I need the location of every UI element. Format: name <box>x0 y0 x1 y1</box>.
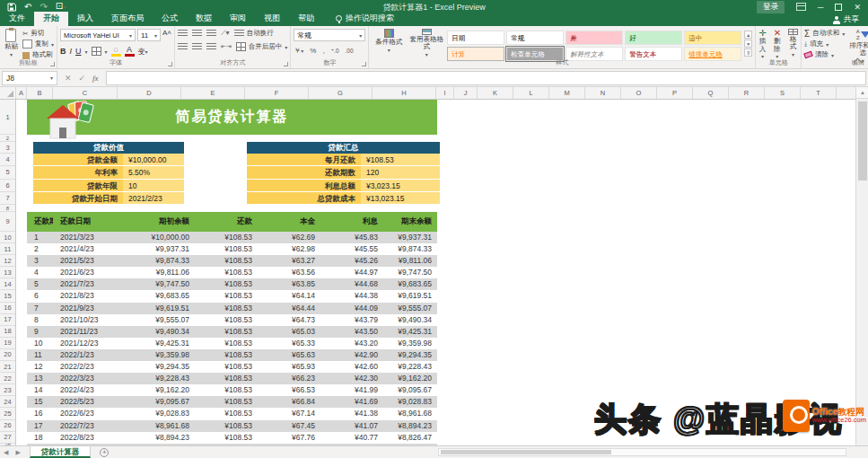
field-value[interactable]: 10 <box>123 180 184 191</box>
cell[interactable]: ¥9,555.07 <box>383 303 437 314</box>
cell[interactable]: 14 <box>27 384 53 396</box>
cell[interactable]: ¥43.79 <box>320 314 383 326</box>
cell[interactable]: 11 <box>27 349 53 361</box>
style-日期[interactable]: 日期 <box>447 31 504 45</box>
cell[interactable]: 2021/5/23 <box>53 255 118 267</box>
cell[interactable]: ¥65.33 <box>258 338 320 349</box>
cell[interactable]: 2022/6/23 <box>53 408 118 419</box>
font-size-combo[interactable]: 11▾ <box>137 29 161 41</box>
save-icon[interactable] <box>7 3 16 12</box>
tab-页面布局[interactable]: 页面布局 <box>102 12 153 26</box>
cell[interactable]: ¥44.09 <box>320 303 383 314</box>
table-row[interactable]: 132022/3/23¥9,228.43¥108.53¥66.23¥42.30¥… <box>27 373 437 384</box>
cell[interactable]: ¥9,228.43 <box>383 361 437 373</box>
phonetic-button[interactable]: 变▾ <box>138 47 148 57</box>
cell[interactable]: 13 <box>27 373 53 384</box>
cell[interactable]: ¥9,294.35 <box>118 361 195 373</box>
table-row[interactable]: 182022/8/23¥8,894.23¥108.53¥67.76¥40.77¥… <box>27 432 437 444</box>
cell[interactable]: ¥108.53 <box>195 243 258 255</box>
table-row[interactable]: 122022/2/23¥9,294.35¥108.53¥65.93¥42.60¥… <box>27 361 437 373</box>
row-header-8[interactable]: 8 <box>0 205 15 212</box>
row-header-6[interactable]: 6 <box>0 180 15 192</box>
cell[interactable]: ¥108.53 <box>195 384 258 396</box>
cell[interactable]: ¥67.45 <box>258 420 320 432</box>
row-header-10[interactable]: 10 <box>0 232 15 243</box>
align-right-icon[interactable] <box>206 43 216 50</box>
cell[interactable]: ¥9,619.51 <box>383 290 437 302</box>
row-header-26[interactable]: 26 <box>0 420 15 432</box>
row-header-13[interactable]: 13 <box>0 267 15 278</box>
row-header-5[interactable]: 5 <box>0 166 15 179</box>
cell[interactable]: ¥65.63 <box>258 349 320 361</box>
cell[interactable]: ¥9,811.06 <box>383 255 437 267</box>
tab-文件[interactable]: 文件 <box>0 12 34 26</box>
tab-插入[interactable]: 插入 <box>68 12 102 26</box>
table-row[interactable]: 162022/6/23¥9,028.83¥108.53¥67.14¥41.38¥… <box>27 408 437 419</box>
fill-color-button[interactable]: ◌ <box>111 46 121 57</box>
sheet-nav-right-icon[interactable]: ▶ <box>15 449 20 456</box>
insert-cells-button[interactable]: ✛ 插入▾ <box>758 29 766 58</box>
cell[interactable]: ¥9,028.83 <box>118 408 195 419</box>
italic-button[interactable]: I <box>70 47 73 56</box>
cell[interactable]: 2021/3/23 <box>53 232 118 243</box>
cell[interactable]: 2021/7/23 <box>53 278 118 290</box>
cell[interactable]: ¥40.77 <box>320 432 383 444</box>
cell[interactable]: ¥108.53 <box>195 432 258 444</box>
row-header-21[interactable]: 21 <box>0 361 15 373</box>
cell[interactable]: ¥9,811.06 <box>118 267 195 278</box>
cell[interactable]: ¥41.69 <box>320 396 383 408</box>
cell[interactable]: ¥65.03 <box>258 326 320 338</box>
cell[interactable]: ¥108.53 <box>195 278 258 290</box>
cell[interactable]: ¥44.68 <box>320 278 383 290</box>
cell[interactable]: ¥108.53 <box>195 361 258 373</box>
increase-decimal-icon[interactable]: ⁺.0 <box>331 48 339 55</box>
cell[interactable]: 7 <box>27 303 53 314</box>
cell[interactable]: ¥8,894.23 <box>118 432 195 444</box>
cell[interactable]: ¥108.53 <box>195 373 258 384</box>
percent-style-icon[interactable]: % <box>310 47 316 55</box>
cut-button[interactable]: ✂ 剪切 <box>22 29 54 38</box>
style-差[interactable]: 差 <box>566 31 623 45</box>
column-header-Q[interactable]: Q <box>693 87 729 99</box>
cell[interactable]: ¥44.97 <box>320 267 383 278</box>
row-header-22[interactable]: 22 <box>0 373 15 384</box>
horizontal-scrollbar[interactable] <box>438 448 846 456</box>
scroll-up-icon[interactable]: ▲ <box>856 87 868 99</box>
tab-数据[interactable]: 数据 <box>187 12 221 26</box>
format-cells-button[interactable]: 格式▾ <box>788 29 798 58</box>
cell[interactable]: ¥108.53 <box>195 314 258 326</box>
column-header-D[interactable]: D <box>118 87 181 99</box>
vertical-scroll-thumb[interactable] <box>858 101 867 181</box>
font-name-combo[interactable]: Microsoft YaHei UI▾ <box>60 29 136 41</box>
cell[interactable]: ¥108.53 <box>195 303 258 314</box>
insert-function-icon[interactable]: fx <box>92 74 99 83</box>
cell[interactable]: ¥45.83 <box>320 232 383 243</box>
tab-视图[interactable]: 视图 <box>255 12 289 26</box>
font-color-button[interactable]: A <box>125 46 135 57</box>
table-row[interactable]: 142022/4/23¥9,162.20¥108.53¥66.53¥41.99¥… <box>27 384 437 396</box>
cell[interactable]: ¥9,095.67 <box>118 396 195 408</box>
row-header-20[interactable]: 20 <box>0 349 15 361</box>
style-gallery-scroll[interactable]: ▲▼⊽ <box>744 31 752 58</box>
cell[interactable]: 2021/10/23 <box>53 314 118 326</box>
cell[interactable]: ¥42.30 <box>320 373 383 384</box>
cell[interactable]: 2021/8/23 <box>53 290 118 302</box>
cell[interactable]: ¥108.53 <box>195 420 258 432</box>
cell[interactable]: ¥108.53 <box>195 255 258 267</box>
underline-button[interactable]: U <box>75 47 82 56</box>
table-row[interactable]: 102021/12/23¥9,425.31¥108.53¥65.33¥43.20… <box>27 338 437 349</box>
paste-button[interactable]: 粘贴▾ <box>3 29 20 58</box>
cell[interactable]: ¥8,826.47 <box>383 432 437 444</box>
cell[interactable]: ¥64.44 <box>258 303 320 314</box>
sign-in-button[interactable]: 登录 <box>757 1 785 13</box>
cell[interactable]: 2022/7/23 <box>53 420 118 432</box>
cell[interactable]: ¥66.84 <box>258 396 320 408</box>
column-header-L[interactable]: L <box>513 87 549 99</box>
cell[interactable]: ¥108.53 <box>195 396 258 408</box>
cell[interactable]: ¥9,937.31 <box>383 232 437 243</box>
number-format-combo[interactable]: 常规▾ <box>294 29 365 41</box>
number-dialog-launcher[interactable] <box>362 62 366 66</box>
field-value[interactable]: ¥10,000.00 <box>123 154 184 165</box>
cell[interactable]: ¥64.73 <box>258 314 320 326</box>
cell[interactable]: ¥9,619.51 <box>118 303 195 314</box>
